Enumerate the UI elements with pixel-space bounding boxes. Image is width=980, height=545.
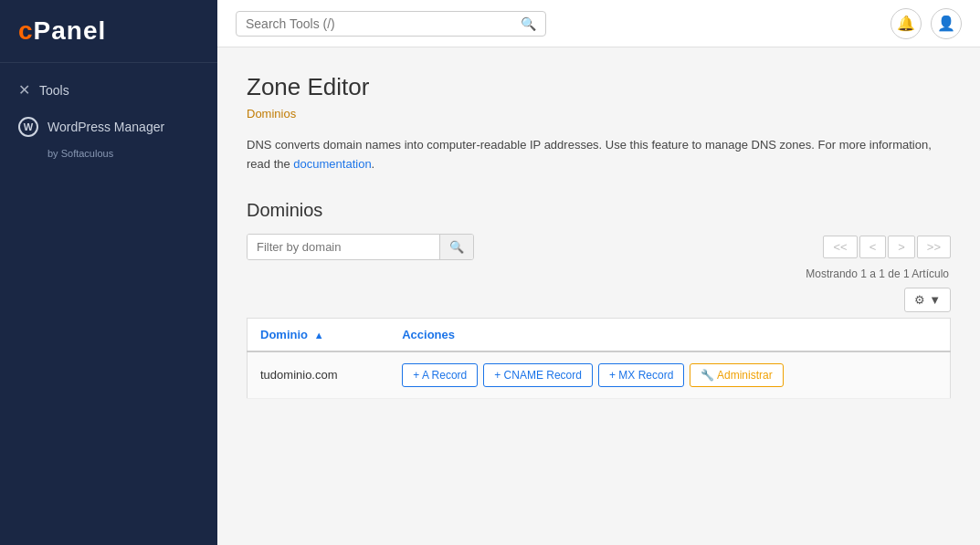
- gear-dropdown-icon: ▼: [929, 293, 941, 307]
- table-toolbar: ⚙ ▼: [247, 288, 951, 312]
- showing-text: Mostrando 1 a 1 de 1 Artículo: [247, 267, 951, 280]
- tools-icon: ✕: [18, 81, 30, 99]
- table-row: tudominio.com + A Record + CNAME Record …: [248, 351, 951, 399]
- wordpress-row: W WordPress Manager: [18, 117, 164, 137]
- sidebar: cPanel ✕ Tools W WordPress Manager by So…: [0, 0, 217, 545]
- domain-cell: tudominio.com: [248, 351, 390, 399]
- pagination-first[interactable]: <<: [823, 236, 857, 258]
- manage-button[interactable]: 🔧 Administrar: [690, 363, 783, 387]
- search-input[interactable]: [246, 16, 521, 31]
- col-domain: Dominio ▲: [248, 318, 390, 351]
- cpanel-logo-text: cPanel: [18, 16, 199, 46]
- description-plain: DNS converts domain names into computer-…: [247, 138, 606, 152]
- sidebar-item-wordpress-sub: by Softaculous: [18, 148, 113, 159]
- pagination-last[interactable]: >>: [917, 236, 951, 258]
- sort-arrow-icon: ▲: [314, 330, 324, 341]
- content-area: Zone Editor Dominios DNS converts domain…: [217, 47, 980, 545]
- add-mx-record-button[interactable]: + MX Record: [598, 363, 684, 387]
- table-head: Dominio ▲ Acciones: [248, 318, 951, 351]
- gear-button[interactable]: ⚙ ▼: [904, 288, 951, 312]
- filter-row: 🔍 << < > >>: [247, 234, 951, 260]
- table-body: tudominio.com + A Record + CNAME Record …: [248, 351, 951, 399]
- pagination: << < > >>: [823, 236, 951, 258]
- pagination-prev[interactable]: <: [859, 236, 887, 258]
- add-a-record-button[interactable]: + A Record: [402, 363, 478, 387]
- filter-search-button[interactable]: 🔍: [439, 235, 473, 259]
- documentation-link[interactable]: documentation: [293, 157, 371, 171]
- filter-input[interactable]: [248, 235, 439, 259]
- actions-cell: + A Record + CNAME Record + MX Record 🔧 …: [389, 351, 950, 399]
- col-domain-label: Dominio: [260, 328, 308, 341]
- sidebar-item-wordpress[interactable]: W WordPress Manager by Softaculous: [0, 108, 217, 168]
- user-button[interactable]: 👤: [931, 8, 962, 39]
- header-icons: 🔔 👤: [890, 8, 962, 39]
- sidebar-logo: cPanel: [0, 0, 217, 63]
- header: 🔍 🔔 👤: [217, 0, 980, 47]
- domain-value: tudominio.com: [260, 368, 338, 382]
- add-cname-record-button[interactable]: + CNAME Record: [483, 363, 593, 387]
- sidebar-item-tools-label: Tools: [39, 83, 69, 98]
- breadcrumb[interactable]: Dominios: [247, 107, 296, 121]
- col-actions: Acciones: [389, 318, 950, 351]
- search-icon[interactable]: 🔍: [521, 16, 536, 31]
- gear-icon: ⚙: [914, 293, 925, 307]
- wordpress-icon: W: [18, 117, 38, 137]
- sidebar-nav: ✕ Tools W WordPress Manager by Softaculo…: [0, 63, 217, 177]
- section-title: Dominios: [247, 200, 951, 221]
- description-end: .: [372, 157, 375, 171]
- description: DNS converts domain names into computer-…: [247, 136, 951, 174]
- main-content: 🔍 🔔 👤 Zone Editor Dominios DNS converts …: [217, 0, 980, 545]
- sidebar-item-wordpress-label: WordPress Manager: [47, 120, 164, 134]
- page-title: Zone Editor: [247, 73, 951, 101]
- notifications-button[interactable]: 🔔: [890, 8, 922, 39]
- action-buttons: + A Record + CNAME Record + MX Record 🔧 …: [402, 363, 937, 387]
- domain-table: Dominio ▲ Acciones tudominio.com + A Rec…: [247, 318, 951, 399]
- pagination-next[interactable]: >: [888, 236, 915, 258]
- filter-input-wrap: 🔍: [247, 234, 474, 260]
- search-bar[interactable]: 🔍: [236, 11, 546, 37]
- sidebar-item-tools[interactable]: ✕ Tools: [0, 72, 217, 108]
